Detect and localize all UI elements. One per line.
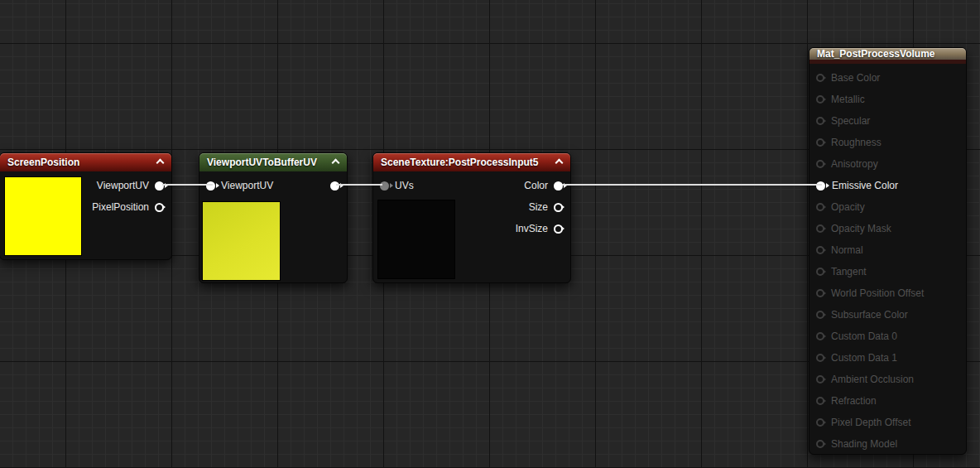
preview-swatch-yellowgreen xyxy=(202,201,281,281)
input-pin-ambient-occlusion[interactable] xyxy=(816,375,824,384)
output-pin-result[interactable] xyxy=(330,181,339,191)
node-viewportuvtobufferuv-header[interactable]: ViewportUVToBufferUV xyxy=(199,153,347,171)
pin-row-custom-data-0: Custom Data 0 xyxy=(809,326,966,347)
wire-viewportuvtobufferuv-to-scenetexture[interactable] xyxy=(336,184,382,186)
pin-label: Tangent xyxy=(831,266,867,277)
pin-label: Custom Data 0 xyxy=(831,330,897,342)
node-scenetexture-header[interactable]: SceneTexture:PostProcessInput5 xyxy=(373,153,570,171)
pin-label: Opacity xyxy=(831,201,865,213)
chevron-up-icon[interactable] xyxy=(156,159,165,167)
node-scenetexture-postprocessinput5[interactable]: SceneTexture:PostProcessInput5 UVs Color xyxy=(372,152,571,283)
pin-label: Subsurface Color xyxy=(831,309,908,321)
pin-row-roughness: Roughness xyxy=(809,132,966,153)
pin-label: World Position Offset xyxy=(831,287,924,299)
node-viewportuvtobufferuv[interactable]: ViewportUVToBufferUV ViewportUV xyxy=(199,152,348,283)
input-pin-subsurface-color[interactable] xyxy=(816,311,824,319)
pin-row-refraction: Refraction xyxy=(809,390,966,412)
input-pin-metallic[interactable] xyxy=(816,95,824,104)
input-pin-pixel-depth-offset[interactable] xyxy=(816,418,824,427)
pin-label: Ambient Occlusion xyxy=(831,374,914,385)
preview-swatch-yellow xyxy=(4,176,82,256)
pin-row-ambient-occlusion: Ambient Occlusion xyxy=(809,369,966,390)
pin-label: Normal xyxy=(831,244,863,256)
node-body: UVs Color Size InvSize xyxy=(373,171,570,239)
pin-row-world-position-offset: World Position Offset xyxy=(809,282,966,304)
pin-label: Specular xyxy=(831,115,870,127)
pin-label: Opacity Mask xyxy=(831,223,891,234)
pin-label: Shading Model xyxy=(831,438,897,450)
input-pin-custom-data-0[interactable] xyxy=(816,332,824,340)
pin-label: Refraction xyxy=(831,395,877,407)
node-title: ViewportUVToBufferUV xyxy=(207,157,317,168)
input-pin-viewportuv[interactable] xyxy=(206,181,215,191)
pin-label: InvSize xyxy=(516,223,548,234)
input-pin-anisotropy[interactable] xyxy=(816,160,824,168)
pin-label: Metallic xyxy=(831,94,865,105)
preview-swatch-black xyxy=(377,200,455,279)
chevron-up-icon[interactable] xyxy=(332,159,340,167)
input-pin-roughness[interactable] xyxy=(816,138,824,147)
pin-row-viewportuv: ViewportUV xyxy=(199,175,347,196)
pin-label: PixelPosition xyxy=(92,201,149,213)
pin-row-base-color: Base Color xyxy=(809,67,966,89)
input-pin-emissive-color[interactable] xyxy=(816,181,825,191)
pin-row-uvs-color: UVs Color xyxy=(373,175,570,196)
pin-row-normal: Normal xyxy=(809,239,966,261)
output-pin-viewportuv[interactable] xyxy=(155,181,164,191)
input-pin-base-color[interactable] xyxy=(816,74,824,82)
pin-label: Base Color xyxy=(831,72,880,84)
wire-screenposition-to-viewportuvtobufferuv[interactable] xyxy=(162,184,213,186)
input-pin-uvs[interactable] xyxy=(380,181,389,191)
output-pin-size[interactable] xyxy=(554,203,563,212)
material-graph-canvas[interactable]: ScreenPosition ViewportUV PixelPosition … xyxy=(0,0,980,468)
pin-row-tangent: Tangent xyxy=(809,261,966,282)
chevron-up-icon[interactable] xyxy=(555,159,564,167)
pin-label: UVs xyxy=(395,180,414,191)
pin-label: Emissive Color xyxy=(832,180,898,191)
pin-row-subsurface-color: Subsurface Color xyxy=(809,304,966,326)
pin-row-opacity: Opacity xyxy=(809,196,966,218)
pin-label: Color xyxy=(524,180,548,191)
output-pin-invsize[interactable] xyxy=(554,224,563,234)
pin-row-anisotropy: Anisotropy xyxy=(809,153,966,175)
pin-row-custom-data-1: Custom Data 1 xyxy=(809,347,966,369)
node-title: SceneTexture:PostProcessInput5 xyxy=(381,157,539,168)
pin-label: Custom Data 1 xyxy=(831,352,897,364)
node-screenposition[interactable]: ScreenPosition ViewportUV PixelPosition xyxy=(0,152,172,260)
pin-row-emissive-color: Emissive Color xyxy=(809,175,966,196)
input-pin-world-position-offset[interactable] xyxy=(816,289,824,297)
node-mat-header[interactable]: Mat_PostProcessVolume xyxy=(809,48,966,64)
pin-row-opacity-mask: Opacity Mask xyxy=(809,218,966,239)
node-screenposition-header[interactable]: ScreenPosition xyxy=(0,153,171,171)
output-pin-pixelposition[interactable] xyxy=(155,203,164,212)
pin-label: ViewportUV xyxy=(97,180,149,191)
input-pin-normal[interactable] xyxy=(816,246,824,254)
wire-scenetexture-color-to-emissive[interactable] xyxy=(562,184,822,186)
pin-label: ViewportUV xyxy=(221,180,273,191)
input-pin-opacity-mask[interactable] xyxy=(816,224,824,233)
node-body: ViewportUV xyxy=(199,171,347,196)
pin-row-specular: Specular xyxy=(809,110,966,132)
pin-label: Pixel Depth Offset xyxy=(831,417,911,428)
input-pin-tangent[interactable] xyxy=(816,268,824,276)
output-pin-color[interactable] xyxy=(554,181,563,191)
input-pin-refraction[interactable] xyxy=(816,397,824,405)
pin-row-shading-model: Shading Model xyxy=(809,433,966,455)
pin-row-metallic: Metallic xyxy=(809,89,966,110)
node-body: ViewportUV PixelPosition xyxy=(0,171,171,218)
node-body: Base Color Metallic Specular Roughness A… xyxy=(809,64,966,455)
node-title: ScreenPosition xyxy=(7,157,79,168)
pin-label: Roughness xyxy=(831,137,882,148)
input-pin-custom-data-1[interactable] xyxy=(816,354,824,362)
node-mat-postprocessvolume[interactable]: Mat_PostProcessVolume Base Color Metalli… xyxy=(809,47,967,455)
input-pin-shading-model[interactable] xyxy=(816,440,824,448)
pin-label: Size xyxy=(529,201,548,213)
pin-label: Anisotropy xyxy=(831,158,878,170)
pin-row-pixel-depth-offset: Pixel Depth Offset xyxy=(809,412,966,433)
node-title: Mat_PostProcessVolume xyxy=(817,48,935,60)
input-pin-specular[interactable] xyxy=(816,117,824,125)
input-pin-opacity[interactable] xyxy=(816,203,824,211)
